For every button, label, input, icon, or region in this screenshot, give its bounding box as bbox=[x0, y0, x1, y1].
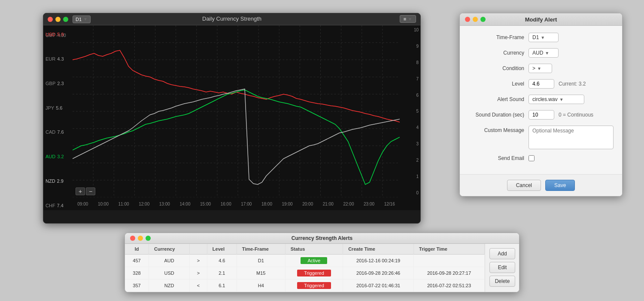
timeframe-row: Time-Frame D1 ▼ bbox=[468, 33, 614, 42]
cell-status: Triggered bbox=[285, 280, 343, 292]
maximize-button[interactable] bbox=[63, 17, 68, 22]
chart-title: Daily Currency Strength bbox=[202, 15, 261, 22]
sound-duration-label: Sound Duration (sec) bbox=[468, 112, 524, 118]
zoom-out-button[interactable]: − bbox=[86, 187, 95, 195]
table-row[interactable]: 328 USD > 2.1 M15 Triggered 2016-09-28 2… bbox=[125, 267, 485, 280]
chart-canvas bbox=[73, 25, 400, 197]
delete-button[interactable]: Delete bbox=[489, 276, 515, 287]
cell-currency: NZD bbox=[149, 280, 190, 292]
cell-level: 2.1 bbox=[207, 267, 237, 280]
chevron-down-icon: ▼ bbox=[408, 17, 412, 22]
close-button[interactable] bbox=[48, 17, 53, 22]
alerts-window-controls bbox=[130, 236, 151, 241]
cell-currency: AUD bbox=[149, 255, 190, 267]
save-button[interactable]: Save bbox=[545, 180, 575, 191]
dialog-minimize-button[interactable] bbox=[473, 17, 478, 22]
currency-label: Currency bbox=[468, 50, 524, 56]
dialog-close-button[interactable] bbox=[465, 17, 470, 22]
duration-hint: 0 = Continuous bbox=[559, 112, 593, 118]
currency-aud: AUD 3.2 bbox=[43, 154, 73, 159]
zoom-in-button[interactable]: + bbox=[76, 187, 85, 195]
cell-timeframe: H4 bbox=[237, 280, 285, 292]
chart-menu-button[interactable]: ≡ ▼ bbox=[400, 15, 416, 23]
chart-window: D1 ▼ Daily Currency Strength ≡ ▼ GMT -4:… bbox=[43, 13, 421, 224]
col-level: Level bbox=[207, 244, 237, 255]
currency-row: Currency AUD ▼ bbox=[468, 48, 614, 58]
sound-duration-input[interactable] bbox=[529, 110, 554, 120]
cell-timeframe: M15 bbox=[237, 267, 285, 280]
send-email-checkbox[interactable] bbox=[529, 155, 535, 161]
table-header-row: Id Currency Level Time-Frame Status Crea… bbox=[125, 244, 485, 255]
table-row[interactable]: 357 NZD < 6.1 H4 Triggered 2016-07-22 01… bbox=[125, 280, 485, 292]
currency-chf: CHF 7.4 bbox=[43, 203, 73, 208]
currency-eur: EUR 4.3 bbox=[43, 56, 73, 61]
currency-jpy: JPY 5.6 bbox=[43, 105, 73, 111]
x-axis: 09:00 10:00 11:00 12:00 13:00 14:00 15:0… bbox=[73, 197, 400, 210]
cell-trigger-time: 2016-09-28 20:27:17 bbox=[414, 267, 485, 280]
currency-usd: USD 5.9 bbox=[43, 32, 73, 37]
send-email-row: Send Email bbox=[468, 155, 614, 161]
alerts-title: Currency Strength Alerts bbox=[292, 235, 352, 241]
currency-cad: CAD 7.6 bbox=[43, 129, 73, 135]
condition-row: Condition > ▼ bbox=[468, 64, 614, 73]
cell-level: 4.6 bbox=[207, 255, 237, 267]
sound-duration-row: Sound Duration (sec) 0 = Continuous bbox=[468, 110, 614, 120]
current-value-label: Current: 3.2 bbox=[559, 81, 586, 87]
currency-select[interactable]: AUD ▼ bbox=[529, 48, 559, 58]
status-badge: Triggered bbox=[297, 282, 331, 289]
alerts-minimize-button[interactable] bbox=[138, 236, 143, 241]
cell-create-time: 2016-12-16 00:24:19 bbox=[343, 255, 414, 267]
dialog-window-controls bbox=[465, 17, 486, 22]
dialog-body: Time-Frame D1 ▼ Currency AUD ▼ Condition… bbox=[460, 26, 622, 174]
chevron-down-icon: ▼ bbox=[541, 35, 545, 40]
alerts-close-button[interactable] bbox=[130, 236, 135, 241]
dialog-title: Modify Alert bbox=[525, 16, 557, 23]
currency-gbp: GBP 2.3 bbox=[43, 81, 73, 86]
alert-sound-label: Alert Sound bbox=[468, 96, 524, 102]
cell-id: 328 bbox=[125, 267, 149, 280]
chevron-down-icon: ▼ bbox=[537, 66, 541, 71]
cell-timeframe: D1 bbox=[237, 255, 285, 267]
dialog-maximize-button[interactable] bbox=[480, 17, 486, 22]
col-id: Id bbox=[125, 244, 149, 255]
custom-message-textarea[interactable] bbox=[529, 126, 614, 149]
alerts-table: Id Currency Level Time-Frame Status Crea… bbox=[125, 244, 485, 292]
edit-button[interactable]: Edit bbox=[489, 262, 515, 273]
col-timeframe: Time-Frame bbox=[237, 244, 285, 255]
cell-create-time: 2016-07-22 01:46:31 bbox=[343, 280, 414, 292]
add-button[interactable]: Add bbox=[489, 248, 515, 259]
status-badge: Active bbox=[301, 257, 327, 264]
cell-create-time: 2016-09-28 20:26:46 bbox=[343, 267, 414, 280]
custom-message-row: Custom Message bbox=[468, 126, 614, 149]
chevron-down-icon: ▼ bbox=[83, 17, 88, 22]
condition-select[interactable]: > ▼ bbox=[529, 64, 552, 73]
dialog-footer: Cancel Save bbox=[460, 174, 622, 196]
col-status: Status bbox=[285, 244, 343, 255]
alerts-body: Id Currency Level Time-Frame Status Crea… bbox=[125, 244, 519, 292]
currency-labels: USD 5.9 EUR 4.3 GBP 2.3 JPY 5.6 CAD 7.6 … bbox=[43, 25, 73, 210]
table-row[interactable]: 457 AUD > 4.6 D1 Active 2016-12-16 00:24… bbox=[125, 255, 485, 267]
cell-level: 6.1 bbox=[207, 280, 237, 292]
chevron-down-icon: ▼ bbox=[545, 51, 549, 55]
alerts-titlebar: Currency Strength Alerts bbox=[125, 233, 519, 244]
cell-currency: USD bbox=[149, 267, 190, 280]
cancel-button[interactable]: Cancel bbox=[507, 180, 541, 191]
status-badge: Triggered bbox=[297, 270, 331, 276]
cell-id: 457 bbox=[125, 255, 149, 267]
minimize-button[interactable] bbox=[55, 17, 61, 22]
chart-svg bbox=[73, 25, 400, 197]
custom-message-label: Custom Message bbox=[468, 126, 524, 133]
zoom-controls: + − bbox=[76, 187, 95, 195]
condition-label: Condition bbox=[468, 65, 524, 71]
alerts-maximize-button[interactable] bbox=[146, 236, 151, 241]
menu-icon: ≡ bbox=[404, 16, 406, 22]
alert-sound-select[interactable]: circles.wav ▼ bbox=[529, 95, 584, 104]
alert-sound-row: Alert Sound circles.wav ▼ bbox=[468, 95, 614, 104]
timeframe-dropdown[interactable]: D1 ▼ bbox=[73, 15, 91, 23]
modify-alert-dialog: Modify Alert Time-Frame D1 ▼ Currency AU… bbox=[459, 13, 623, 197]
send-email-label: Send Email bbox=[468, 155, 524, 161]
alerts-window: Currency Strength Alerts Id Currency Lev… bbox=[125, 233, 519, 292]
timeframe-select[interactable]: D1 ▼ bbox=[529, 33, 559, 42]
level-input[interactable]: 4.6 bbox=[529, 79, 554, 89]
level-label: Level bbox=[468, 81, 524, 87]
